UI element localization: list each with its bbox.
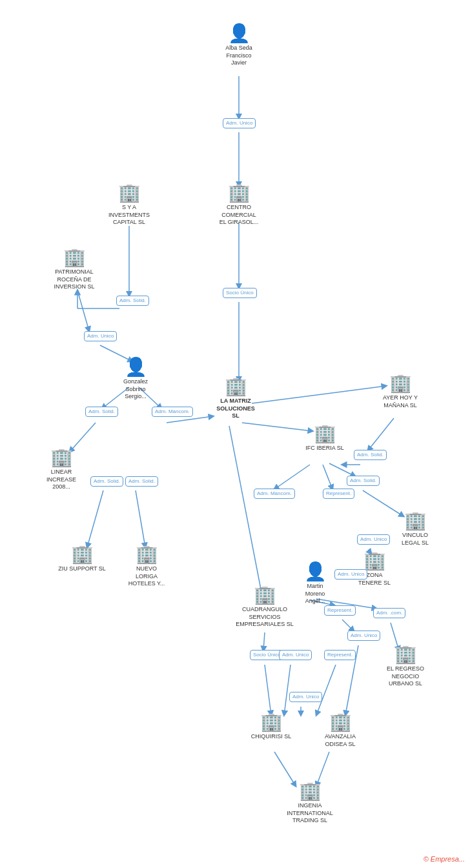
socio-unico-cc-badge[interactable]: Socio Único (223, 288, 257, 298)
adm-unico-top-badge[interactable]: Adm. Unico (223, 118, 256, 128)
el-regreso-node: 🏢 EL REGRESO NEGOCIO URBANO SL (373, 645, 438, 688)
martin-moreno-label: Martin Moreno Angel... (305, 583, 325, 605)
ziu-support-label: ZIU SUPPORT SL (58, 565, 106, 573)
svg-line-12 (87, 490, 103, 547)
patrimonial-icon: 🏢 (63, 248, 86, 267)
martin-moreno-icon: 👤 (304, 563, 327, 581)
ifc-iberia-icon: 🏢 (314, 425, 336, 443)
chiquirisi-label: CHIQUIRISI SL (251, 733, 292, 741)
ayer-hoy-label: AYER HOY Y MAÑANA SL (383, 394, 418, 409)
ingenia-icon: 🏢 (299, 782, 322, 800)
alba-seda-node: 👤 Alba Seda Francisco Javier (210, 25, 268, 67)
cuadrangulo-label: CUADRANGULO SERVICIOS EMPRESARIALES SL (236, 606, 294, 629)
centro-comercial-label: CENTRO COMERCIAL EL GIRASOL... (220, 204, 259, 227)
alba-seda-icon: 👤 (228, 25, 250, 43)
nuevo-loriga-node: 🏢 NUEVO LORIGA HOTELES Y... (118, 545, 176, 588)
adm-unico-vl-badge[interactable]: Adm. Unico (357, 534, 390, 545)
represent-ifc-badge[interactable]: Represent. (323, 489, 354, 499)
la-matriz-label: LA MATRIZ SOLUCIONES SL (216, 398, 255, 420)
svg-line-31 (284, 665, 291, 715)
adm-solid-ifc-badge[interactable]: Adm. Solid. (347, 476, 380, 486)
la-matriz-node: 🏢 LA MATRIZ SOLUCIONES SL (200, 378, 271, 420)
el-regreso-label: EL REGRESO NEGOCIO URBANO SL (387, 665, 424, 688)
adm-mancom-mm-badge[interactable]: Adm. .com. (373, 608, 405, 618)
svg-line-17 (323, 465, 332, 489)
diagram: 👤 Alba Seda Francisco Javier Adm. Unico … (0, 0, 470, 868)
vinculo-legal-icon: 🏢 (404, 512, 427, 530)
ayer-hoy-icon: 🏢 (389, 374, 412, 392)
nuevo-loriga-label: NUEVO LORIGA HOTELES Y... (128, 565, 165, 588)
ziu-support-icon: 🏢 (71, 545, 94, 563)
la-matriz-icon: 🏢 (225, 378, 247, 396)
avanzalia-label: AVANZALIA ODISEA SL (325, 733, 356, 748)
svg-line-33 (274, 752, 296, 786)
ayer-hoy-node: 🏢 AYER HOY Y MAÑANA SL (371, 374, 429, 409)
ifc-iberia-node: 🏢 IFC IBERIA SL (296, 425, 354, 452)
chiquirisi-icon: 🏢 (260, 713, 283, 731)
ingenia-label: INGENIA INTERNATIONAL TRADING SL (287, 802, 332, 825)
cuadrangulo-node: 🏢 CUADRANGULO SERVICIOS EMPRESARIALES SL (229, 586, 300, 629)
nuevo-loriga-icon: 🏢 (136, 545, 158, 563)
vinculo-legal-label: VINCULO LEGAL SL (402, 532, 429, 547)
svg-line-16 (274, 465, 310, 489)
adm-unico-cuad-badge[interactable]: Adm. Unico (279, 650, 312, 660)
gonzalez-node: 👤 Gonzalez Sobrino Sergio... (110, 358, 161, 401)
adm-solid-sya-badge[interactable]: Adm. Solid. (116, 296, 149, 306)
adm-solid-li1-badge[interactable]: Adm. Solid. (90, 476, 123, 487)
adm-solid-li2-badge[interactable]: Adm. Solid. (125, 476, 158, 487)
sya-icon: 🏢 (118, 184, 141, 202)
svg-line-29 (263, 632, 265, 651)
adm-solid-left1-badge[interactable]: Adm. Solid. (85, 407, 118, 417)
centro-comercial-icon: 🏢 (228, 184, 250, 202)
svg-line-30 (265, 665, 271, 715)
cuadrangulo-icon: 🏢 (254, 586, 276, 604)
linear-increase-label: LINEAR INCREASE 2008... (46, 469, 76, 491)
sya-investments-node: 🏢 S Y A INVESTMENTS CAPITAL SL (97, 184, 161, 227)
linear-increase-node: 🏢 LINEAR INCREASE 2008... (32, 449, 90, 491)
patrimonial-label: PATRIMONIAL ROCEÑA DE INVERSION SL (54, 268, 94, 291)
linear-increase-icon: 🏢 (50, 449, 73, 467)
adm-solid-ay-badge[interactable]: Adm. Solid. (354, 450, 387, 460)
svg-line-18 (329, 463, 355, 476)
svg-line-35 (252, 386, 386, 403)
adm-unico-mm2-badge[interactable]: Adm. Unico (347, 631, 380, 641)
avanzalia-node: 🏢 AVANZALIA ODISEA SL (311, 713, 369, 748)
gonzalez-label: Gonzalez Sobrino Sergio... (123, 378, 148, 401)
svg-line-13 (136, 490, 145, 547)
arrows-svg (0, 0, 470, 868)
vinculo-legal-node: 🏢 VINCULO LEGAL SL (386, 512, 444, 547)
alba-seda-label: Alba Seda Francisco Javier (225, 45, 252, 67)
svg-line-26 (342, 620, 354, 631)
ingenia-node: 🏢 INGENIA INTERNATIONAL TRADING SL (278, 782, 342, 825)
svg-line-19 (368, 418, 394, 450)
adm-unico-chiq-badge[interactable]: Adm. Unico (289, 692, 322, 702)
adm-mancom-gs-badge[interactable]: Adm. Mancom. (152, 407, 193, 417)
svg-line-28 (316, 665, 336, 715)
adm-mancom-ifc-badge[interactable]: Adm. Mancom. (254, 489, 295, 499)
el-regreso-icon: 🏢 (394, 645, 417, 663)
sya-label: S Y A INVESTMENTS CAPITAL SL (108, 204, 150, 227)
ifc-iberia-label: IFC IBERIA SL (305, 445, 344, 452)
avanzalia-icon: 🏢 (329, 713, 352, 731)
ziu-support-node: 🏢 ZIU SUPPORT SL (53, 545, 111, 573)
represent-mm-badge[interactable]: Represent. (324, 605, 356, 616)
svg-line-7 (77, 290, 89, 331)
svg-line-11 (70, 423, 96, 452)
watermark: © Empresa... (424, 855, 465, 863)
adm-unico-pat-badge[interactable]: Adm. Unico (84, 331, 117, 341)
represent-mm2-badge[interactable]: Represent. (324, 650, 356, 660)
chiquirisi-node: 🏢 CHIQUIRISI SL (242, 713, 300, 741)
patrimonial-node: 🏢 PATRIMONIAL ROCEÑA DE INVERSION SL (42, 248, 107, 291)
centro-comercial-node: 🏢 CENTRO COMERCIAL EL GIRASOL... (207, 184, 271, 227)
gonzalez-icon: 👤 (125, 358, 147, 376)
zona-tenere-icon: 🏢 (363, 552, 386, 570)
svg-line-15 (229, 426, 261, 592)
